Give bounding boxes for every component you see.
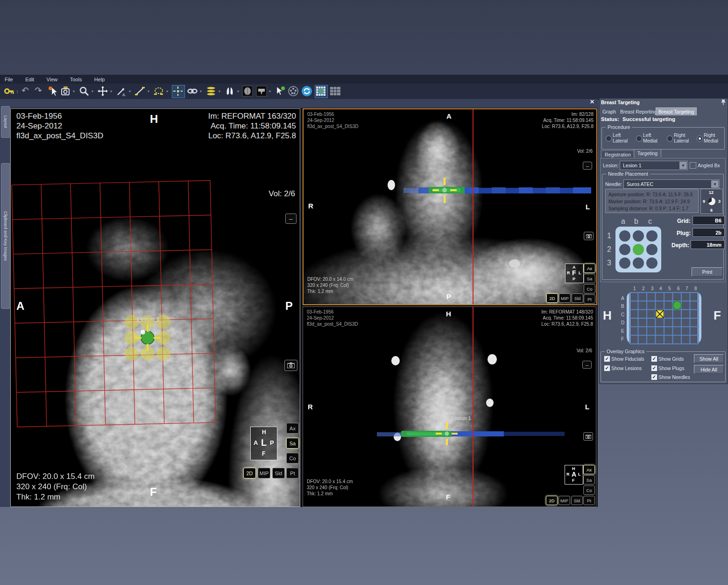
mode-button-mip[interactable]: MIP <box>558 496 570 505</box>
grid-row-d: D <box>621 320 624 325</box>
thickness-readout: Thk: 1.2 mm <box>307 289 333 294</box>
image-thumbnail-1-icon[interactable] <box>242 86 253 97</box>
annotate-arrow-icon[interactable]: A <box>116 86 127 97</box>
redo-icon[interactable]: ↷ <box>35 85 42 96</box>
zoom-magnifier-icon[interactable] <box>78 86 90 97</box>
chevron-down-icon[interactable]: ▼ <box>679 162 687 169</box>
orientation-views-icon[interactable] <box>224 86 235 97</box>
plane-button-co[interactable]: Co <box>584 284 595 293</box>
snapshot-button[interactable] <box>284 360 297 371</box>
panel-tab-graph[interactable]: Graph <box>600 108 618 115</box>
series-stack-icon[interactable] <box>205 86 217 97</box>
show-fiducials-checkbox[interactable]: ✓ <box>604 356 610 362</box>
plane-button-sa[interactable]: Sa <box>584 274 595 283</box>
lesion-dropdown[interactable]: Lesion 1 ▼ <box>620 161 688 170</box>
slice-location: Loc: R73.6, A12.9, F25.8 <box>542 124 594 129</box>
viewport-axial-bottom[interactable]: 03-Feb-1956 24-Sep-2012 fl3d_ax_post_S4_… <box>303 307 596 507</box>
mode-button-pt[interactable]: Pt <box>583 496 595 505</box>
plane-button-ax[interactable]: Ax <box>584 264 595 273</box>
collapse-button[interactable]: – <box>285 214 297 224</box>
application-window: File Edit View Tools Help | ↶ ↷ ▾ ▾ ▾ A … <box>0 0 728 585</box>
roi-ellipse-icon[interactable] <box>153 86 164 97</box>
plane-button-sa[interactable]: Sa <box>286 438 299 449</box>
collapse-button[interactable]: – <box>582 361 592 369</box>
radio-right-lateral[interactable] <box>667 136 673 142</box>
sync-tool-icon[interactable] <box>301 86 312 97</box>
side-tab-layout[interactable]: Layout <box>1 106 10 138</box>
viewport-axial-top[interactable]: 03-Feb-1956 24-Sep-2012 fl3d_ax_post_S4_… <box>303 108 597 305</box>
panel-tab-breast-targeting[interactable]: Breast Targeting <box>656 107 697 115</box>
lesion-label: Lesion 1 <box>452 415 471 421</box>
grid-col-4: 4 <box>659 286 662 291</box>
plug-hole-selector[interactable] <box>615 227 661 272</box>
menu-tools[interactable]: Tools <box>70 75 82 82</box>
key-icon[interactable] <box>4 86 15 97</box>
sub-tab-registration[interactable]: Registration <box>601 150 635 158</box>
mode-button-2d[interactable]: 2D <box>546 496 558 505</box>
show-all-button[interactable]: Show All <box>694 354 724 363</box>
snapshot-button[interactable] <box>584 232 594 240</box>
link-series-icon[interactable] <box>187 86 198 97</box>
mode-button-sld[interactable]: Sld <box>572 293 583 303</box>
snapshot-camera-icon[interactable] <box>60 86 71 97</box>
pan-tool-icon[interactable] <box>97 86 108 97</box>
show-lesions-checkbox[interactable]: ✓ <box>604 365 610 371</box>
undo-icon[interactable]: ↶ <box>21 85 29 96</box>
image-thumbnail-2-icon[interactable] <box>256 86 267 97</box>
film-layout-icon[interactable] <box>330 86 341 97</box>
viewport-sagittal[interactable]: 03-Feb-1956 24-Sep-2012 fl3d_ax_post_S4_… <box>10 108 300 507</box>
volume-indicator: Vol: 2/6 <box>269 189 295 199</box>
close-panel-icon[interactable]: ✕ <box>588 98 596 106</box>
cine-reel-icon[interactable] <box>288 86 299 97</box>
mode-button-mip[interactable]: MIP <box>559 293 571 303</box>
pin-icon[interactable] <box>721 99 726 105</box>
radio-left-medial[interactable] <box>636 136 642 142</box>
select-cursor-icon[interactable] <box>48 86 59 97</box>
hole-row-1: 1 <box>607 232 611 240</box>
plane-button-ax[interactable]: Ax <box>286 423 299 434</box>
plane-button-ax[interactable]: Ax <box>583 465 595 474</box>
plane-button-sa[interactable]: Sa <box>583 475 595 485</box>
collapse-button[interactable]: – <box>583 162 592 170</box>
radio-left-lateral[interactable] <box>606 136 612 142</box>
menu-file[interactable]: File <box>5 75 13 82</box>
radio-right-medial[interactable] <box>697 136 703 142</box>
grid-col-5: 5 <box>668 286 671 291</box>
print-button[interactable]: Print <box>692 267 723 277</box>
workspace-tab-row: Explorer ESPREE BX - VS 1.5T 2 CH <box>0 99 598 108</box>
needle-dropdown[interactable]: Suros ATEC ▼ <box>623 179 720 189</box>
show-grids-checkbox[interactable]: ✓ <box>651 356 657 362</box>
hide-all-button[interactable]: Hide All <box>694 365 724 374</box>
show-needles-checkbox[interactable]: ✓ <box>651 374 657 380</box>
crosshair-tool-selected[interactable] <box>172 85 185 98</box>
mode-button-sld[interactable]: Sld <box>571 496 583 505</box>
mode-button-2d[interactable]: 2D <box>243 468 256 478</box>
grid-value: B6 <box>693 216 725 225</box>
acq-time: Acq. Time: 11:58:09.145 <box>211 121 296 131</box>
mode-button-pt[interactable]: Pt <box>286 468 299 478</box>
sub-tab-targeting[interactable]: Targeting <box>634 149 661 157</box>
snapshot-button[interactable] <box>583 432 593 441</box>
radio-label: Lateral <box>674 138 689 143</box>
mode-button-mip[interactable]: MIP <box>258 468 270 478</box>
menu-view[interactable]: View <box>47 75 58 82</box>
menu-edit[interactable]: Edit <box>25 75 34 82</box>
mode-button-pt[interactable]: Pt <box>584 294 595 304</box>
angled-bx-checkbox[interactable] <box>690 162 696 169</box>
panel-tab-breast-reporting[interactable]: Breast Reporting <box>618 108 659 115</box>
show-plugs-checkbox[interactable]: ✓ <box>651 365 657 371</box>
image-number: Im: REFORMAT 163/320 <box>208 112 296 121</box>
grid-map-graphic[interactable] <box>625 292 703 345</box>
matrix-readout: 320 x 240 (Frq: Col) <box>307 283 349 288</box>
needle-clock-widget[interactable]: 12 9 3 6 <box>700 189 723 214</box>
mode-button-2d[interactable]: 2D <box>546 293 558 303</box>
menu-help[interactable]: Help <box>94 75 105 82</box>
distance-measure-icon[interactable] <box>134 86 146 97</box>
plane-button-co[interactable]: Co <box>286 453 299 464</box>
side-tab-clipboard[interactable]: Clipboard and Key Images <box>1 163 10 309</box>
plane-button-co[interactable]: Co <box>583 485 595 495</box>
chevron-down-icon[interactable]: ▼ <box>711 180 719 188</box>
probe-pointer-icon[interactable] <box>275 86 286 97</box>
mode-button-sld[interactable]: Sld <box>272 468 285 478</box>
grid-layout-selected[interactable] <box>315 85 328 98</box>
